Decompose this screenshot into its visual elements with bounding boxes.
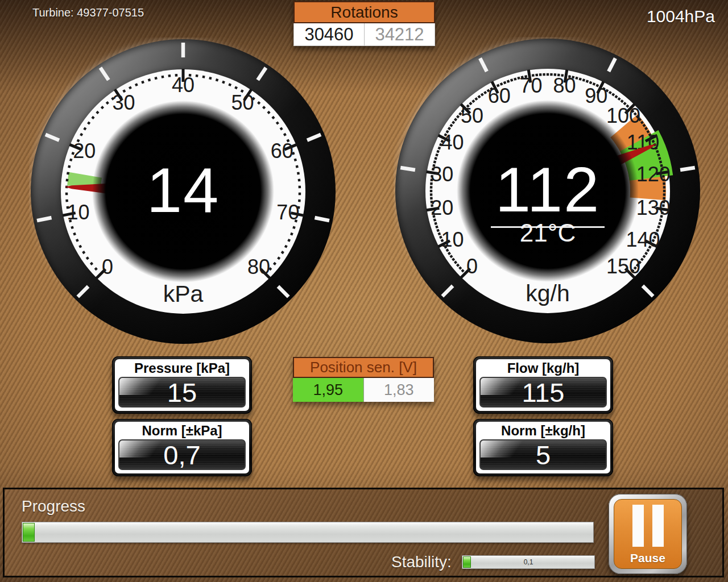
footer-panel: Progress Stability: 0,1 Pause (3, 488, 724, 577)
pressure-gauge: 01020304050607080 14 kPa (29, 38, 337, 346)
pause-button-label: Pause (630, 551, 665, 565)
flow-gauge: 0102030405060708090100110120130140150 11… (394, 37, 702, 345)
svg-text:80: 80 (247, 255, 270, 278)
flow-gauge-value: 112 (394, 158, 702, 222)
flow-panel: Flow [kg/h] 115 (473, 356, 613, 414)
turbine-id-label: Turbine: 49377-07515 (32, 6, 144, 19)
position-sensor-right-value: 1,83 (364, 378, 435, 402)
svg-text:70: 70 (520, 74, 543, 97)
svg-text:0: 0 (466, 255, 478, 278)
flow-norm-panel: Norm [±kg/h] 5 (473, 419, 613, 476)
svg-text:80: 80 (553, 74, 576, 97)
svg-text:150: 150 (606, 255, 640, 278)
flow-norm-title: Norm [±kg/h] (479, 422, 607, 439)
svg-text:40: 40 (172, 73, 195, 97)
svg-text:0: 0 (102, 255, 113, 278)
progress-label: Progress (22, 497, 85, 516)
pressure-panel-value: 15 (118, 377, 246, 408)
svg-text:60: 60 (488, 84, 511, 107)
position-sensor-header: Position sen. [V] (293, 357, 434, 378)
ambient-pressure-label: 1004hPa (647, 7, 715, 26)
svg-text:40: 40 (441, 131, 464, 154)
rotations-header: Rotations (293, 1, 435, 23)
progress-bar-fill (23, 523, 35, 542)
pressure-norm-title: Norm [±kPa] (118, 422, 246, 439)
pressure-panel-title: Pressure [kPa] (118, 360, 246, 377)
flow-gauge-temperature: 21°C (394, 219, 702, 247)
stability-bar: 0,1 (462, 555, 595, 569)
svg-text:90: 90 (585, 84, 607, 107)
position-sensor-table: Position sen. [V] 1,95 1,83 (293, 357, 434, 402)
svg-text:100: 100 (606, 104, 640, 127)
pressure-norm-value: 0,7 (118, 439, 246, 470)
stability-label: Stability: (391, 553, 452, 571)
flow-norm-value: 5 (479, 439, 607, 470)
pressure-gauge-unit: kPa (29, 281, 337, 307)
turbine-dashboard: Turbine: 49377-07515 1004hPa Rotations 3… (0, 0, 728, 582)
svg-text:50: 50 (461, 104, 483, 127)
pause-button[interactable]: Pause (609, 494, 687, 574)
flow-gauge-unit: kg/h (394, 280, 702, 307)
flow-panel-value: 115 (479, 377, 607, 408)
svg-text:50: 50 (231, 91, 254, 114)
pressure-panel: Pressure [kPa] 15 (112, 356, 252, 414)
flow-panel-title: Flow [kg/h] (479, 360, 607, 377)
pressure-gauge-value: 14 (29, 159, 337, 222)
svg-text:30: 30 (113, 91, 135, 114)
stability-value: 0,1 (462, 556, 594, 568)
position-sensor-left-value: 1,95 (293, 378, 364, 402)
pause-icon (632, 505, 664, 547)
progress-bar (22, 522, 594, 543)
pressure-norm-panel: Norm [±kPa] 0,7 (112, 419, 252, 476)
